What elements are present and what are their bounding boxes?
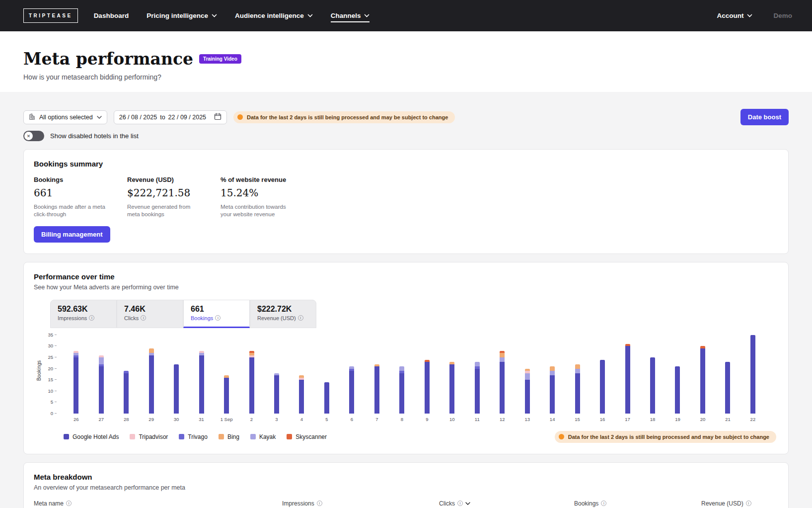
bookings-summary-card: Bookings summary Bookings 661 Bookings m… [23,149,789,254]
bar-17[interactable] [615,344,640,414]
nav-pricing-intelligence[interactable]: Pricing intelligence [147,9,217,22]
billing-management-button[interactable]: Billing management [34,226,110,243]
website-revenue-share-value: 15.24% [221,187,314,199]
nav-channels[interactable]: Channels [331,9,370,22]
x-tick-label: 15 [565,417,590,422]
triptease-logo[interactable]: TRIPTEASE [23,8,78,23]
bar-20[interactable] [690,346,715,413]
top-navbar: TRIPTEASE Dashboard Pricing intelligence… [0,0,812,31]
tab-impressions[interactable]: 592.63K Impressionsi [50,300,117,328]
chevron-down-icon [747,14,752,17]
bar-4[interactable] [289,375,314,414]
info-icon: i [601,501,606,506]
nav-account[interactable]: Account [717,9,752,22]
bar-7[interactable] [365,364,389,414]
nav-audience-intelligence[interactable]: Audience intelligence [235,9,313,22]
bar-29[interactable] [139,348,163,414]
show-disabled-hotels-toggle[interactable]: ✕ [23,131,44,141]
x-tick-label: 5 [314,417,339,422]
bar-15[interactable] [565,364,590,414]
x-tick-label: 10 [440,417,464,422]
meta-breakdown-card: Meta breakdown An overview of your metas… [23,462,789,508]
page-subtitle: How is your metasearch bidding performin… [23,73,789,81]
bar-30[interactable] [164,364,189,414]
chevron-down-icon [364,14,369,17]
x-tick-label: 7 [365,417,389,422]
chart-legend: Google Hotel AdsTripadvisorTrivagoBingKa… [64,433,327,440]
column-meta-name[interactable]: Meta namei [34,500,282,507]
info-icon: i [298,315,303,321]
info-icon: i [317,501,322,506]
metric-website-revenue-share: % of website revenue 15.24% Meta contrib… [221,176,314,218]
bar-28[interactable] [114,371,139,414]
column-revenue[interactable]: Revenue (USD)i [701,500,778,507]
filter-bar: All options selected 26 / 08 / 2025 to 2… [23,109,789,125]
bar-2[interactable] [239,351,264,414]
column-impressions[interactable]: Impressionsi [282,500,439,507]
bar-6[interactable] [339,366,364,414]
bar-27[interactable] [88,355,113,414]
main-nav: Dashboard Pricing intelligence Audience … [94,9,370,22]
nav-dashboard[interactable]: Dashboard [94,9,129,22]
tab-revenue[interactable]: $222.72K Revenue (USD)i [250,300,316,328]
x-tick-label: 8 [389,417,414,422]
bar-12[interactable] [490,351,515,414]
x-tick-label: 21 [715,417,740,422]
bar-14[interactable] [540,366,565,414]
x-tick-label: 26 [64,417,88,422]
bar-22[interactable] [740,335,765,414]
warning-dot-icon [237,114,243,120]
bar-10[interactable] [440,362,464,414]
metric-revenue: Revenue (USD) $222,721.58 Revenue genera… [127,176,221,218]
x-tick-label: 16 [590,417,615,422]
bar-3[interactable] [264,373,289,414]
bar-18[interactable] [640,357,665,414]
x-tick-label: 27 [88,417,113,422]
x-tick-label: 22 [740,417,765,422]
tab-bookings[interactable]: 661 Bookingsi [183,300,250,328]
legend-item-skyscanner[interactable]: Skyscanner [287,433,327,440]
toggle-off-x-icon: ✕ [24,132,33,140]
page-header: Meta performance Training Video How is y… [0,31,812,92]
bar-11[interactable] [465,362,490,414]
date-boost-button[interactable]: Date boost [740,109,789,125]
column-bookings[interactable]: Bookingsi [574,500,701,507]
x-tick-label: 9 [415,417,440,422]
chart-plot [64,335,765,414]
tab-clicks[interactable]: 7.46K Clicksi [117,300,183,328]
bar-8[interactable] [389,366,414,414]
bookings-value: 661 [34,187,127,199]
hotel-select[interactable]: All options selected [23,110,107,124]
legend-item-kayak[interactable]: Kayak [250,433,276,440]
bar-1-sep[interactable] [214,375,239,414]
bar-5[interactable] [314,382,339,414]
legend-item-tripadvisor[interactable]: Tripadvisor [130,433,168,440]
x-tick-label: 30 [164,417,189,422]
chevron-down-icon [212,14,217,17]
legend-item-trivago[interactable]: Trivago [179,433,208,440]
bar-21[interactable] [715,362,740,414]
calendar-icon [214,113,221,122]
toggle-label: Show disabled hotels in the list [50,132,139,140]
bar-19[interactable] [665,366,690,414]
chevron-down-icon [307,14,313,17]
x-tick-label: 29 [139,417,163,422]
bar-16[interactable] [590,360,615,414]
bar-31[interactable] [189,351,214,414]
legend-item-google-hotel-ads[interactable]: Google Hotel Ads [64,433,119,440]
legend-item-bing[interactable]: Bing [219,433,239,440]
x-tick-label: 3 [264,417,289,422]
training-video-badge[interactable]: Training Video [199,54,241,64]
x-tick-label: 20 [690,417,715,422]
date-to-label: to [160,114,165,121]
bar-13[interactable] [515,369,539,414]
x-tick-label: 14 [540,417,565,422]
info-icon: i [141,315,146,321]
x-tick-label: 11 [465,417,490,422]
bar-26[interactable] [64,351,88,414]
column-clicks[interactable]: Clicksi [439,500,574,507]
warning-dot-icon [559,434,564,439]
bar-9[interactable] [415,360,440,414]
date-range-input[interactable]: 26 / 08 / 2025 to 22 / 09 / 2025 [114,110,227,124]
performance-over-time-card: Performance over time See how your Meta … [23,262,789,454]
